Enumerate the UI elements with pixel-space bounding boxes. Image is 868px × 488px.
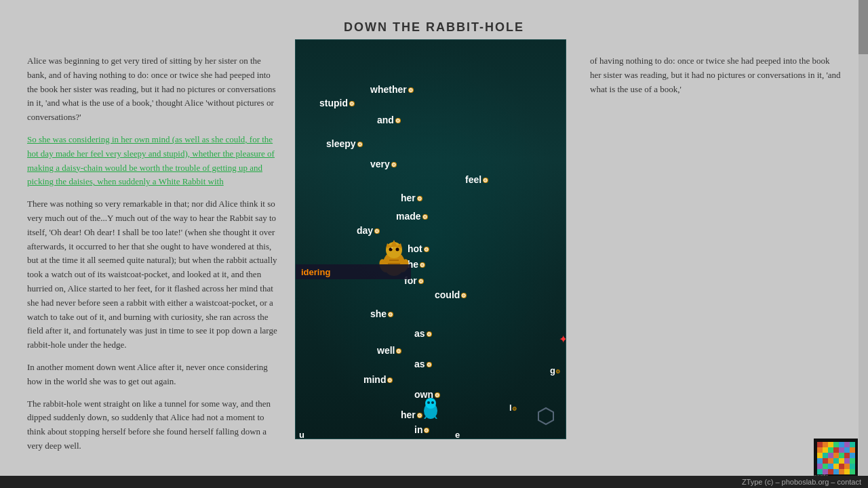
svg-line-16 <box>425 416 427 419</box>
paragraph-4: The rabbit-hole went straight on like a … <box>27 397 278 453</box>
svg-point-6 <box>396 248 399 251</box>
svg-rect-24 <box>833 442 839 447</box>
gear-icon: ⚙ <box>357 142 363 147</box>
svg-rect-29 <box>823 447 828 453</box>
svg-rect-25 <box>839 442 844 447</box>
svg-rect-27 <box>850 442 855 447</box>
gear-icon: ⚙ <box>461 293 467 298</box>
gear-icon: ⚙ <box>424 428 429 433</box>
paragraph-1: Alice was beginning to get very tired of… <box>27 54 278 125</box>
svg-rect-44 <box>828 458 833 464</box>
gear-icon: ⚙ <box>427 362 432 367</box>
svg-rect-47 <box>844 458 850 464</box>
letter-e: e <box>455 430 460 439</box>
gear-icon: ⚙ <box>422 214 428 220</box>
svg-rect-59 <box>833 469 839 474</box>
svg-rect-40 <box>844 453 850 458</box>
paragraph-1-right: of having nothing to do: once or twice s… <box>590 54 841 96</box>
word-feel[interactable]: feel⚙ <box>465 174 488 185</box>
gear-icon: ⚙ <box>427 331 432 337</box>
word-as-bot[interactable]: as⚙ <box>414 359 432 369</box>
gear-icon: ⚙ <box>424 247 429 252</box>
svg-rect-32 <box>839 447 844 453</box>
svg-rect-61 <box>844 469 850 474</box>
highlighted-paragraph: So she was considering in her own mind (… <box>27 133 278 189</box>
word-well[interactable]: well⚙ <box>377 345 401 356</box>
gear-icon: ⚙ <box>420 262 425 268</box>
gear-icon: ⚙ <box>374 228 380 234</box>
active-word-text: idering <box>301 267 330 277</box>
blue-character <box>421 397 440 422</box>
hex-icon <box>536 407 555 428</box>
svg-rect-23 <box>828 442 833 447</box>
gear-icon: ⚙ <box>418 279 424 284</box>
svg-rect-60 <box>839 469 844 474</box>
svg-rect-30 <box>828 447 833 453</box>
page-title: DOWN THE RABBIT-HOLE <box>27 20 841 35</box>
svg-point-14 <box>427 401 430 404</box>
word-she[interactable]: she⚙ <box>370 308 393 319</box>
word-day[interactable]: day⚙ <box>357 225 380 236</box>
word-very[interactable]: very⚙ <box>370 159 397 169</box>
svg-point-11 <box>391 247 393 249</box>
svg-rect-34 <box>850 447 855 453</box>
gear-icon: ⚙ <box>396 348 401 354</box>
footer-text: ZType (c) – phoboslab.org – contact <box>742 478 861 486</box>
word-her[interactable]: her⚙ <box>401 192 422 203</box>
word-her2[interactable]: her⚙ <box>401 409 422 420</box>
svg-rect-62 <box>850 469 855 474</box>
svg-rect-28 <box>817 447 823 453</box>
highlighted-text: So she was considering in her own mind (… <box>27 134 275 186</box>
paragraph-3: In another moment down went Alice after … <box>27 361 278 389</box>
svg-rect-39 <box>839 453 844 458</box>
cursor-icon: ✦ <box>559 333 566 346</box>
gear-icon: ⚙ <box>391 162 397 167</box>
svg-line-18 <box>435 416 437 419</box>
gear-icon: ⚙ <box>395 118 401 123</box>
word-sleepy[interactable]: sleepy⚙ <box>326 138 363 149</box>
svg-rect-58 <box>828 469 833 474</box>
gear-icon: ⚙ <box>417 196 422 201</box>
letter-l: l⚙ <box>509 403 517 413</box>
svg-rect-49 <box>817 464 823 469</box>
svg-rect-26 <box>844 442 850 447</box>
svg-rect-55 <box>850 464 855 469</box>
svg-rect-48 <box>850 458 855 464</box>
game-overlay: whether⚙ stupid⚙ and⚙ sleepy⚙ very⚙ feel… <box>295 39 566 439</box>
gear-icon: ⚙ <box>387 378 393 383</box>
svg-rect-31 <box>833 447 839 453</box>
word-as-top[interactable]: as⚙ <box>414 328 432 339</box>
gear-icon: ⚙ <box>408 87 414 93</box>
scrollbar-thumb[interactable] <box>859 0 868 54</box>
svg-rect-53 <box>839 464 844 469</box>
word-and[interactable]: and⚙ <box>377 115 401 125</box>
svg-rect-21 <box>817 442 823 447</box>
svg-rect-45 <box>833 458 839 464</box>
word-could[interactable]: could⚙ <box>435 289 467 300</box>
svg-rect-51 <box>828 464 833 469</box>
word-made[interactable]: made⚙ <box>396 211 428 222</box>
svg-rect-43 <box>823 458 828 464</box>
svg-rect-41 <box>850 453 855 458</box>
minimap: aezife <box>814 439 858 476</box>
svg-rect-22 <box>823 442 828 447</box>
word-mind[interactable]: mind⚙ <box>363 374 393 385</box>
word-in[interactable]: in⚙ <box>414 424 429 435</box>
svg-rect-50 <box>823 464 828 469</box>
word-stupid[interactable]: stupid⚙ <box>319 98 355 108</box>
svg-rect-33 <box>844 447 850 453</box>
svg-rect-42 <box>817 458 823 464</box>
gear-icon: ⚙ <box>388 312 393 317</box>
svg-rect-35 <box>817 453 823 458</box>
svg-point-13 <box>425 398 436 409</box>
letter-g: g⚙ <box>550 365 560 375</box>
svg-rect-54 <box>844 464 850 469</box>
svg-point-15 <box>431 401 434 404</box>
word-whether[interactable]: whether⚙ <box>370 84 414 95</box>
paragraph-2: There was nothing so very remarkable in … <box>27 197 278 352</box>
svg-rect-36 <box>823 453 828 458</box>
letter-u: u <box>299 430 304 439</box>
svg-rect-37 <box>828 453 833 458</box>
scrollbar[interactable] <box>859 0 868 488</box>
svg-rect-46 <box>839 458 844 464</box>
